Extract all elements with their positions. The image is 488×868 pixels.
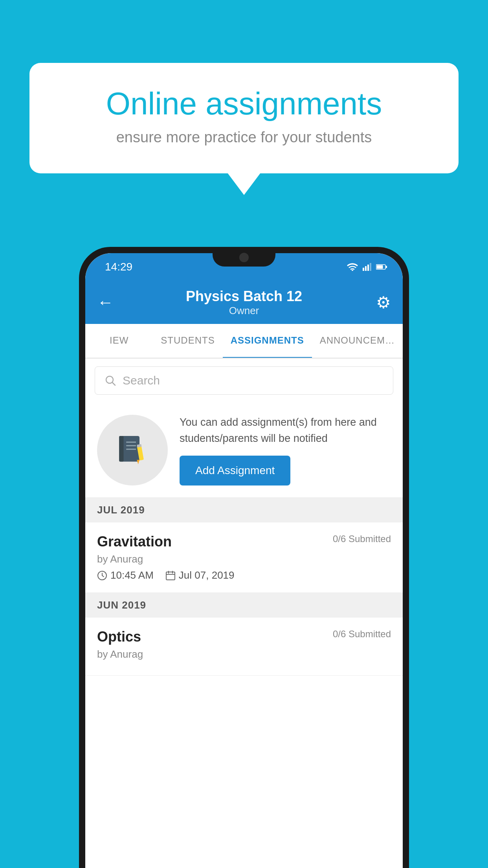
tab-assignments[interactable]: ASSIGNMENTS [223, 324, 312, 359]
search-container: Search [85, 359, 403, 403]
speech-bubble: Online assignments ensure more practice … [29, 63, 459, 173]
info-card-text: You can add assignment(s) from here and … [180, 414, 391, 485]
assignment-meta-gravitation: 10:45 AM Jul 07, 2019 [97, 569, 391, 581]
tabs-bar: IEW STUDENTS ASSIGNMENTS ANNOUNCEM… [85, 324, 403, 359]
svg-rect-7 [386, 266, 387, 268]
assignment-date-gravitation: Jul 07, 2019 [165, 569, 235, 581]
assignment-item-gravitation[interactable]: Gravitation 0/6 Submitted by Anurag 10:4… [85, 522, 403, 593]
speech-bubble-headline: Online assignments [61, 86, 427, 121]
settings-button[interactable]: ⚙ [376, 293, 391, 312]
app-bar-subtitle: Owner [186, 305, 302, 317]
assignment-time-gravitation: 10:45 AM [97, 569, 154, 581]
svg-rect-6 [377, 265, 383, 269]
signal-icon [363, 263, 371, 271]
search-icon [105, 375, 116, 386]
phone-notch [213, 247, 275, 267]
phone-frame: 14:29 [79, 247, 409, 868]
assignment-top-optics: Optics 0/6 Submitted [97, 629, 391, 645]
info-card: You can add assignment(s) from here and … [85, 403, 403, 498]
wifi-icon [347, 263, 358, 271]
assignment-name-optics: Optics [97, 629, 141, 645]
tab-students[interactable]: STUDENTS [153, 324, 222, 358]
tab-iew[interactable]: IEW [85, 324, 153, 358]
svg-rect-2 [365, 266, 367, 271]
app-bar-title: Physics Batch 12 [186, 288, 302, 305]
svg-rect-4 [370, 263, 371, 271]
add-assignment-button[interactable]: Add Assignment [180, 456, 290, 485]
phone-screen: 14:29 [85, 253, 403, 868]
svg-rect-11 [119, 436, 123, 462]
assignment-icon-circle [97, 415, 168, 485]
app-bar-title-group: Physics Batch 12 Owner [186, 288, 302, 317]
assignment-by-gravitation: by Anurag [97, 553, 391, 565]
svg-point-0 [352, 270, 353, 271]
status-icons [347, 263, 387, 271]
search-placeholder: Search [123, 374, 160, 387]
notebook-icon [115, 432, 150, 468]
assignment-by-optics: by Anurag [97, 648, 391, 660]
speech-bubble-subtext: ensure more practice for your students [61, 129, 427, 146]
assignment-date-value: Jul 07, 2019 [179, 569, 235, 581]
svg-rect-21 [166, 572, 175, 580]
battery-icon [376, 264, 387, 270]
notch-camera [239, 253, 249, 262]
svg-rect-3 [367, 265, 369, 271]
section-header-jun: JUN 2019 [85, 593, 403, 618]
svg-line-9 [112, 383, 116, 386]
tab-announcements[interactable]: ANNOUNCEM… [312, 324, 403, 358]
app-bar: ← Physics Batch 12 Owner ⚙ [85, 281, 403, 324]
svg-rect-1 [363, 268, 364, 271]
svg-marker-16 [137, 460, 139, 464]
assignment-item-optics[interactable]: Optics 0/6 Submitted by Anurag [85, 618, 403, 676]
svg-line-20 [102, 576, 104, 577]
info-card-description: You can add assignment(s) from here and … [180, 414, 391, 446]
search-bar[interactable]: Search [95, 366, 393, 395]
submitted-badge-gravitation: 0/6 Submitted [333, 533, 391, 544]
status-time: 14:29 [105, 261, 132, 273]
submitted-badge-optics: 0/6 Submitted [333, 629, 391, 640]
assignment-time-value: 10:45 AM [110, 569, 154, 581]
back-button[interactable]: ← [97, 293, 121, 312]
assignment-top: Gravitation 0/6 Submitted [97, 533, 391, 550]
calendar-icon [165, 570, 176, 581]
speech-bubble-container: Online assignments ensure more practice … [29, 63, 459, 173]
assignment-name-gravitation: Gravitation [97, 533, 172, 550]
section-header-jul: JUL 2019 [85, 498, 403, 522]
clock-icon [97, 570, 107, 581]
